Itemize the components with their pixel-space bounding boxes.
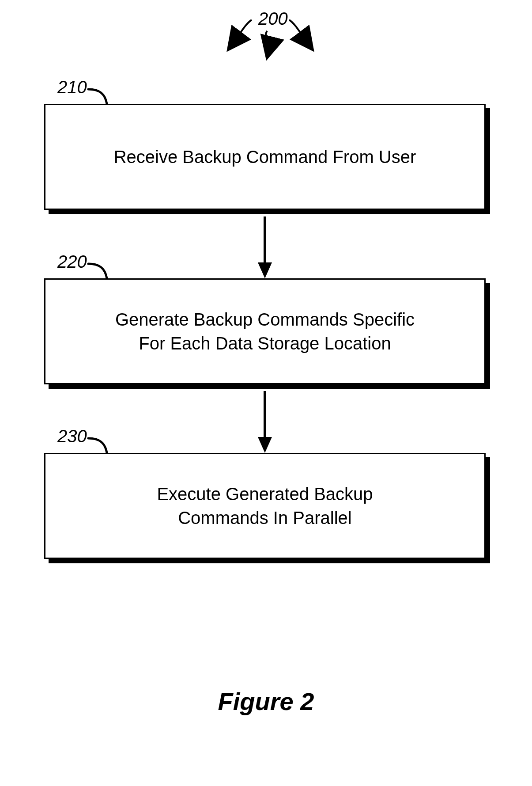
step-220-leader (84, 263, 115, 281)
step-220-text: Generate Backup Commands SpecificFor Eac… (115, 308, 415, 355)
top-arrows (221, 13, 318, 53)
step-230-leader (84, 437, 115, 455)
step-210-leader (84, 88, 115, 106)
svg-marker-3 (258, 437, 272, 453)
step-230-text: Execute Generated BackupCommands In Para… (157, 482, 373, 530)
step-230-box: Execute Generated BackupCommands In Para… (44, 453, 486, 559)
step-210-label: 210 (57, 77, 87, 97)
step-220-box: Generate Backup Commands SpecificFor Eac… (44, 278, 486, 384)
page: 200 210 Receive Backup Command From User… (0, 0, 532, 786)
step-220-label: 220 (57, 252, 87, 272)
figure-title: Figure 2 (0, 687, 532, 716)
arrow-220-to-230 (256, 391, 274, 457)
step-230-label: 230 (57, 426, 87, 446)
arrow-210-to-220 (256, 216, 274, 283)
step-210-box: Receive Backup Command From User (44, 104, 486, 210)
svg-marker-1 (258, 262, 272, 278)
step-210-text: Receive Backup Command From User (114, 145, 416, 169)
